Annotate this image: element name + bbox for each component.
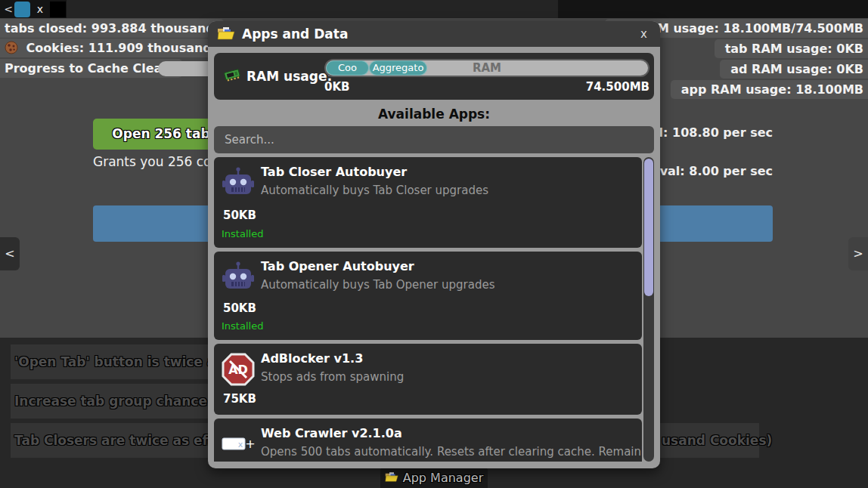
ram-usage-text: RAM usage: 18.100MB/74.500MB xyxy=(638,21,863,36)
robot-icon xyxy=(222,261,255,294)
close-icon[interactable]: x xyxy=(637,21,650,47)
ram-segment-cookie: Coo xyxy=(326,60,369,76)
ram-segment-aggregator: Aggregato xyxy=(369,60,427,76)
app-description: Opens 500 tabs automatically. Resets aft… xyxy=(261,445,654,459)
app-ram-text: app RAM usage: 18.100MB xyxy=(681,82,863,97)
tab-strip-filler xyxy=(67,0,558,18)
svg-text:x: x xyxy=(238,440,243,449)
cookies-stat: Cookies: 111.909 thousand xyxy=(0,39,221,57)
inactive-tab-thumbnail[interactable] xyxy=(50,2,66,17)
modal-header[interactable]: Apps and Data x xyxy=(208,21,660,47)
app-card-tab-opener-autobuyer[interactable]: Tab Opener Autobuyer Automatically buys … xyxy=(214,252,642,340)
app-description: Automatically buys Tab Closer upgrades xyxy=(261,184,488,197)
upgrade-cost-text: usand Cookies) xyxy=(662,423,772,458)
right-action-button[interactable] xyxy=(643,205,773,242)
ram-meter-panel: RAM usage: RAM Coo Aggregato 0KB 74.500M… xyxy=(214,53,654,100)
tab-ram-stat: tab RAM usage: 0KB xyxy=(715,39,868,58)
tab-plus-icon: x + xyxy=(222,435,255,453)
app-card-adblocker[interactable]: AD AdBlocker v1.3 Stops ads from spawnin… xyxy=(214,344,642,415)
app-size: 75KB xyxy=(223,392,256,406)
ram-meter-label: RAM usage: xyxy=(223,53,332,100)
search-input[interactable] xyxy=(214,126,654,153)
ad-ram-stat: ad RAM usage: 0KB xyxy=(720,60,868,79)
app-installed-badge: Installed xyxy=(222,320,263,332)
app-installed-badge: Installed xyxy=(222,228,263,239)
tab-ram-text: tab RAM usage: 0KB xyxy=(725,42,863,56)
robot-icon xyxy=(222,166,255,199)
folder-icon xyxy=(217,25,235,43)
app-list-scrollbar[interactable] xyxy=(643,157,654,462)
app-name: Tab Opener Autobuyer xyxy=(261,259,414,273)
app-manager-button[interactable]: App Manager xyxy=(380,467,488,488)
folder-icon xyxy=(385,471,398,485)
page-nav-right-button[interactable]: > xyxy=(848,237,868,270)
ram-range-max: 74.500MB xyxy=(586,80,649,94)
browser-tab-strip: < x xyxy=(0,0,868,18)
modal-body: RAM usage: RAM Coo Aggregato 0KB 74.500M… xyxy=(208,47,660,468)
progress-label-text: Progress to Cache Clear: xyxy=(5,61,173,76)
cookies-text: Cookies: 111.909 thousand xyxy=(26,41,212,55)
app-name: Tab Closer Autobuyer xyxy=(261,165,407,179)
app-name: AdBlocker v1.3 xyxy=(261,351,363,366)
app-name: Web Crawler v2.1.0a xyxy=(261,426,402,440)
svg-text:+: + xyxy=(245,437,255,451)
cache-clear-progress-label: Progress to Cache Clear: xyxy=(0,59,182,78)
app-manager-label: App Manager xyxy=(403,471,483,485)
ram-meter-range: 0KB 74.500MB xyxy=(324,80,649,94)
ram-meter-bar: RAM Coo Aggregato xyxy=(324,59,649,77)
tabs-closed-text: tabs closed: 993.884 thousand xyxy=(5,21,215,36)
grants-cookies-text: Grants you 256 coo xyxy=(93,154,219,169)
app-card-web-crawler[interactable]: x + Web Crawler v2.1.0a Opens 500 tabs a… xyxy=(214,419,642,462)
app-ram-stat: app RAM usage: 18.100MB xyxy=(671,80,868,99)
back-arrow-button[interactable]: < xyxy=(2,2,14,17)
app-size: 50KB xyxy=(223,208,256,222)
ram-range-min: 0KB xyxy=(324,80,350,94)
tabs-closed-stat: tabs closed: 993.884 thousand xyxy=(0,19,224,38)
app-size: 50KB xyxy=(223,301,256,315)
active-tab-thumbnail[interactable] xyxy=(14,2,30,17)
ram-chip-icon xyxy=(223,68,241,85)
apps-and-data-modal: Apps and Data x xyxy=(208,21,660,468)
cookie-icon xyxy=(5,41,18,60)
page-nav-left-button[interactable]: < xyxy=(0,237,20,270)
ram-meter-label-text: RAM usage: xyxy=(246,69,332,84)
game-stage: < x tabs closed: 993.884 thousand Cookie… xyxy=(0,0,868,488)
app-description: Stops ads from spawning xyxy=(261,370,404,384)
adblock-icon: AD xyxy=(222,353,255,386)
ad-ram-text: ad RAM usage: 0KB xyxy=(730,62,863,76)
app-description: Automatically buys Tab Opener upgrades xyxy=(261,278,494,292)
scrollbar-thumb[interactable] xyxy=(644,159,653,296)
app-card-tab-closer-autobuyer[interactable]: Tab Closer Autobuyer Automatically buys … xyxy=(214,157,642,248)
app-list: Tab Closer Autobuyer Automatically buys … xyxy=(214,157,654,462)
tab-close-button[interactable]: x xyxy=(34,2,46,17)
available-apps-heading: Available Apps: xyxy=(214,107,654,122)
modal-title: Apps and Data xyxy=(242,26,348,42)
